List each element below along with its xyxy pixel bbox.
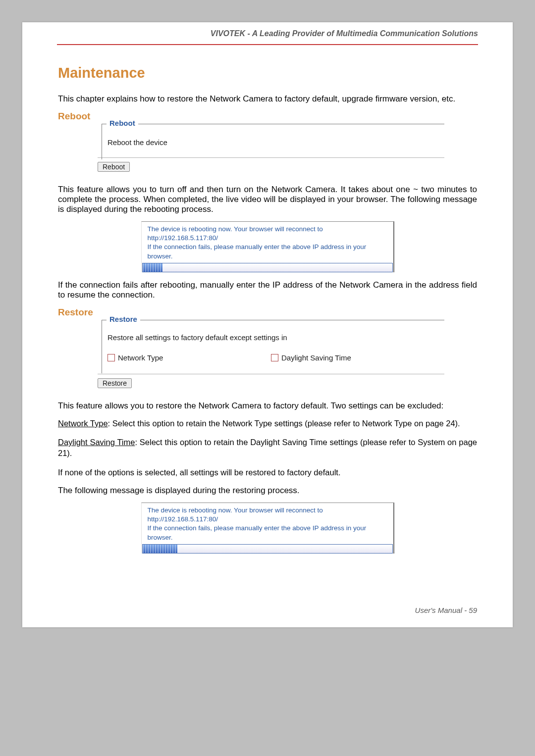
fieldset-divider bbox=[98, 157, 444, 158]
restore-message-box: The device is rebooting now. Your browse… bbox=[141, 503, 394, 554]
fieldset-border-left bbox=[102, 124, 102, 159]
intro-paragraph: This chapter explains how to restore the… bbox=[58, 94, 477, 104]
restore-paragraph-1: This feature allows you to restore the N… bbox=[58, 401, 477, 411]
daylight-saving-checkbox-item: Daylight Saving Time bbox=[271, 353, 351, 362]
page-title: Maintenance bbox=[58, 65, 477, 81]
daylight-saving-label: Daylight Saving Time bbox=[281, 353, 351, 362]
msg-line: If the connection fails, please manually… bbox=[148, 243, 367, 251]
document-page: VIVOTEK - A Leading Provider of Multimed… bbox=[22, 22, 513, 627]
reboot-paragraph-1: This feature allows you to turn off and … bbox=[58, 185, 477, 214]
restore-msg-paragraph: The following message is displayed durin… bbox=[58, 486, 477, 496]
fieldset-border-left bbox=[102, 320, 102, 373]
page-header: VIVOTEK - A Leading Provider of Multimed… bbox=[57, 22, 478, 45]
restore-message-text: The device is rebooting now. Your browse… bbox=[142, 503, 393, 543]
daylight-saving-checkbox[interactable] bbox=[271, 354, 278, 361]
restore-checkbox-row: Network Type Daylight Saving Time bbox=[107, 353, 444, 362]
msg-line: browser. bbox=[148, 252, 173, 260]
msg-line: If the connection fails, please manually… bbox=[148, 524, 367, 532]
network-type-term: Network Type bbox=[58, 419, 108, 428]
header-banner-text: VIVOTEK - A Leading Provider of Multimed… bbox=[211, 29, 478, 38]
network-type-paragraph: Network Type: Select this option to reta… bbox=[58, 418, 477, 429]
page-footer: User's Manual - 59 bbox=[22, 586, 513, 627]
restore-button[interactable]: Restore bbox=[98, 378, 132, 388]
network-type-rest: : Select this option to retain the Netwo… bbox=[108, 419, 460, 428]
network-type-checkbox-item: Network Type bbox=[107, 353, 271, 362]
restore-legend: Restore bbox=[107, 315, 140, 323]
msg-line: browser. bbox=[148, 534, 173, 541]
restore-desc: Restore all settings to factory default … bbox=[107, 333, 444, 342]
reboot-message-text: The device is rebooting now. Your browse… bbox=[142, 222, 393, 261]
restore-fieldset: Restore Restore all settings to factory … bbox=[98, 320, 444, 371]
page-content: Maintenance This chapter explains how to… bbox=[22, 45, 513, 586]
network-type-label: Network Type bbox=[118, 353, 163, 362]
msg-line: http://192.168.5.117:80/ bbox=[148, 234, 218, 242]
fieldset-divider bbox=[98, 374, 444, 374]
reboot-desc: Reboot the device bbox=[107, 138, 167, 147]
fieldset-border-top bbox=[102, 320, 444, 320]
msg-line: http://192.168.5.117:80/ bbox=[148, 515, 218, 523]
daylight-saving-term: Daylight Saving Time bbox=[58, 438, 135, 447]
fieldset-border-top bbox=[102, 124, 444, 124]
progress-fill bbox=[143, 545, 178, 553]
reboot-message-box: The device is rebooting now. Your browse… bbox=[141, 221, 394, 272]
progress-fill bbox=[143, 263, 162, 272]
reboot-fieldset-body: Reboot the device bbox=[98, 124, 444, 154]
progress-bar bbox=[142, 263, 393, 272]
daylight-saving-paragraph: Daylight Saving Time: Select this option… bbox=[58, 437, 477, 459]
reboot-legend: Reboot bbox=[107, 119, 138, 127]
progress-bar bbox=[142, 544, 393, 554]
msg-line: The device is rebooting now. Your browse… bbox=[148, 225, 323, 233]
network-type-checkbox[interactable] bbox=[107, 354, 115, 361]
restore-none-paragraph: If none of the options is selected, all … bbox=[58, 467, 477, 478]
restore-fieldset-body: Restore all settings to factory default … bbox=[98, 320, 444, 371]
reboot-fieldset: Reboot Reboot the device bbox=[98, 124, 444, 154]
reboot-paragraph-2: If the connection fails after rebooting,… bbox=[58, 280, 477, 300]
reboot-button[interactable]: Reboot bbox=[98, 162, 130, 172]
msg-line: The device is rebooting now. Your browse… bbox=[148, 506, 323, 514]
